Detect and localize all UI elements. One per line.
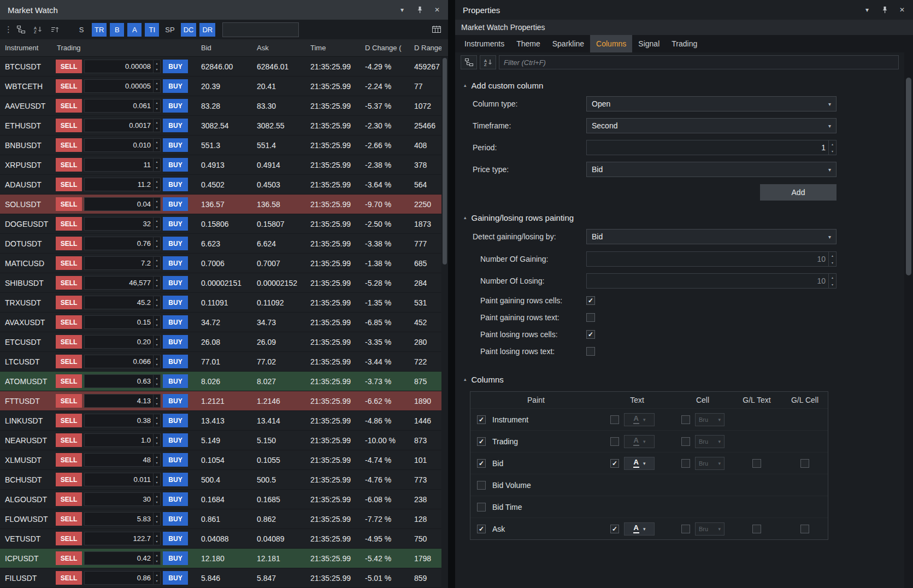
sell-button[interactable]: SELL: [56, 217, 82, 231]
quantity-stepper[interactable]: 1.0 ▴▾: [84, 433, 161, 447]
quantity-stepper[interactable]: 0.011 ▴▾: [84, 473, 161, 486]
quantity-stepper[interactable]: 0.38 ▴▾: [84, 414, 161, 427]
buy-button[interactable]: BUY: [163, 355, 188, 368]
buy-button[interactable]: BUY: [163, 453, 188, 467]
quantity-stepper[interactable]: 45.2 ▴▾: [84, 296, 161, 309]
column-type-select[interactable]: Open ▾: [586, 96, 837, 111]
buy-button[interactable]: BUY: [163, 138, 188, 152]
paint-checkbox[interactable]: [477, 481, 486, 490]
checkbox[interactable]: [586, 347, 595, 356]
market-watch-scrollbar[interactable]: [441, 57, 448, 588]
market-row[interactable]: ADAUSDT SELL 11.2 ▴▾ BUY 0.4502 0.4503 2…: [0, 175, 441, 195]
detect-by-select[interactable]: Bid ▾: [586, 229, 837, 244]
tab-columns[interactable]: Columns: [590, 35, 632, 52]
sell-button[interactable]: SELL: [56, 512, 82, 526]
buy-button[interactable]: BUY: [163, 158, 188, 172]
panel-splitter[interactable]: [448, 0, 455, 588]
pin-icon[interactable]: [880, 5, 889, 14]
market-row[interactable]: SHIBUSDT SELL 46,577 ▴▾ BUY 0.00002151 0…: [0, 273, 441, 293]
buy-button[interactable]: BUY: [163, 256, 188, 270]
sell-button[interactable]: SELL: [56, 551, 82, 565]
paint-checkbox[interactable]: [477, 415, 486, 424]
sell-button[interactable]: SELL: [56, 394, 82, 408]
qty-spin[interactable]: ▴▾: [153, 198, 160, 210]
filter-toggle-s[interactable]: S: [74, 23, 89, 37]
cell-checkbox[interactable]: [681, 437, 690, 446]
sell-button[interactable]: SELL: [56, 197, 82, 211]
cell-checkbox[interactable]: [681, 525, 690, 533]
quantity-stepper[interactable]: 46,577 ▴▾: [84, 276, 161, 290]
buy-button[interactable]: BUY: [163, 374, 188, 388]
qty-spin[interactable]: ▴▾: [153, 414, 160, 427]
gl-cell-checkbox[interactable]: [800, 525, 809, 533]
qty-spin[interactable]: ▴▾: [153, 316, 160, 328]
close-icon[interactable]: ✕: [898, 5, 906, 14]
number-stepper[interactable]: ▴▾: [828, 140, 836, 155]
qty-spin[interactable]: ▴▾: [153, 454, 160, 466]
market-row[interactable]: XRPUSDT SELL 11 ▴▾ BUY 0.4913 0.4914 21:…: [0, 155, 441, 175]
filter-toggle-tr[interactable]: TR: [92, 23, 107, 37]
buy-button[interactable]: BUY: [163, 178, 188, 191]
tab-trading[interactable]: Trading: [665, 35, 703, 52]
sell-button[interactable]: SELL: [56, 138, 82, 152]
market-row[interactable]: ETHUSDT SELL 0.0017 ▴▾ BUY 3082.54 3082.…: [0, 116, 441, 136]
quantity-stepper[interactable]: 48 ▴▾: [84, 453, 161, 467]
header-d-change[interactable]: D Change (: [358, 44, 409, 52]
paint-checkbox[interactable]: [477, 437, 486, 446]
sell-button[interactable]: SELL: [56, 256, 82, 270]
gl-cell-checkbox[interactable]: [800, 459, 809, 468]
qty-spin[interactable]: ▴▾: [153, 139, 160, 151]
market-row[interactable]: AAVEUSDT SELL 0.061 ▴▾ BUY 83.28 83.30 2…: [0, 96, 441, 116]
market-row[interactable]: AVAXUSDT SELL 0.15 ▴▾ BUY 34.72 34.73 21…: [0, 313, 441, 332]
market-row[interactable]: ICPUSDT SELL 0.42 ▴▾ BUY 12.180 12.181 2…: [0, 549, 441, 568]
qty-spin[interactable]: ▴▾: [153, 257, 160, 269]
buy-button[interactable]: BUY: [163, 473, 188, 486]
sell-button[interactable]: SELL: [56, 414, 82, 427]
filter-toggle-sp[interactable]: SP: [162, 23, 177, 37]
column-config-row[interactable]: Bid A ▾ Bru ▾: [470, 452, 828, 474]
paint-checkbox[interactable]: [477, 459, 486, 468]
filter-toggle-ti[interactable]: TI: [145, 23, 159, 37]
drag-handle-icon[interactable]: ⋮: [4, 25, 11, 34]
filter-toggle-b[interactable]: B: [110, 23, 124, 37]
cell-brush-dropdown[interactable]: Bru ▾: [695, 522, 724, 536]
font-color-dropdown[interactable]: A ▾: [624, 413, 655, 426]
qty-spin[interactable]: ▴▾: [153, 217, 160, 230]
qty-spin[interactable]: ▴▾: [153, 532, 160, 545]
tab-theme[interactable]: Theme: [510, 35, 546, 52]
checkbox[interactable]: [586, 330, 595, 339]
header-d-range[interactable]: D Range: [409, 44, 441, 52]
sell-button[interactable]: SELL: [56, 296, 82, 309]
collapse-icon[interactable]: ▴: [464, 377, 467, 382]
buy-button[interactable]: BUY: [163, 315, 188, 329]
close-icon[interactable]: ✕: [433, 5, 441, 14]
text-checkbox[interactable]: [610, 525, 619, 533]
qty-spin[interactable]: ▴▾: [153, 375, 160, 387]
qty-spin[interactable]: ▴▾: [153, 513, 160, 525]
quantity-stepper[interactable]: 11.2 ▴▾: [84, 178, 161, 191]
buy-button[interactable]: BUY: [163, 79, 188, 93]
quantity-stepper[interactable]: 5.83 ▴▾: [84, 512, 161, 526]
sell-button[interactable]: SELL: [56, 60, 82, 73]
sell-button[interactable]: SELL: [56, 335, 82, 349]
search-input[interactable]: [222, 22, 299, 37]
filter-toggle-dr[interactable]: DR: [199, 23, 215, 37]
panel-menu-chevron-icon[interactable]: ▾: [398, 5, 407, 14]
buy-button[interactable]: BUY: [163, 394, 188, 408]
qty-spin[interactable]: ▴▾: [153, 552, 160, 565]
gl-text-checkbox[interactable]: [752, 525, 761, 533]
quantity-stepper[interactable]: 0.010 ▴▾: [84, 138, 161, 152]
quantity-stepper[interactable]: 4.13 ▴▾: [84, 394, 161, 408]
text-checkbox[interactable]: [610, 415, 619, 424]
filter-toggle-dc[interactable]: DC: [181, 23, 197, 37]
cell-checkbox[interactable]: [681, 459, 690, 468]
cell-brush-dropdown[interactable]: Bru ▾: [695, 457, 724, 470]
quantity-stepper[interactable]: 0.066 ▴▾: [84, 355, 161, 368]
tab-signal[interactable]: Signal: [632, 35, 665, 52]
quantity-stepper[interactable]: 0.061 ▴▾: [84, 99, 161, 113]
market-row[interactable]: LINKUSDT SELL 0.38 ▴▾ BUY 13.413 13.414 …: [0, 411, 441, 431]
buy-button[interactable]: BUY: [163, 276, 188, 290]
market-row[interactable]: BNBUSDT SELL 0.010 ▴▾ BUY 551.3 551.4 21…: [0, 136, 441, 155]
paint-checkbox[interactable]: [477, 503, 486, 511]
text-checkbox[interactable]: [610, 459, 619, 468]
